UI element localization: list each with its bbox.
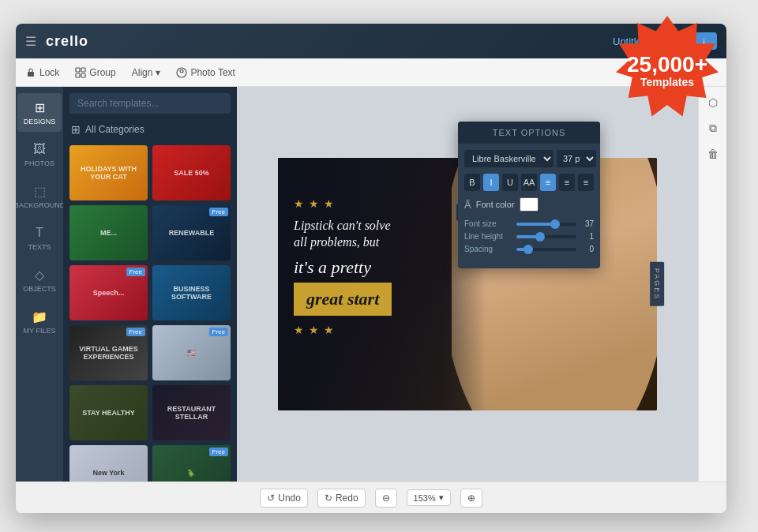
line-height-row: Line height 1 bbox=[464, 232, 594, 241]
sidebar-item-photos[interactable]: 🖼 PHOTOS bbox=[17, 135, 62, 174]
sliders-section: Font size 37 Line height 1 bbox=[458, 216, 600, 260]
menu-icon[interactable]: ☰ bbox=[25, 34, 36, 49]
font-size-value: 37 bbox=[581, 219, 594, 228]
sidebar-item-myfiles[interactable]: 📁 MY FILES bbox=[17, 302, 62, 341]
search-bar bbox=[63, 87, 237, 120]
zoom-in-button[interactable]: ⊕ bbox=[460, 489, 482, 508]
svg-rect-4 bbox=[81, 73, 85, 77]
italic-button[interactable]: I bbox=[483, 174, 499, 191]
svg-rect-2 bbox=[81, 68, 85, 72]
background-icon: ⬚ bbox=[32, 183, 47, 199]
font-size-selector[interactable]: 37 pt bbox=[557, 150, 596, 167]
canvas-gold-text: great start bbox=[306, 289, 379, 309]
starburst-text: 25,000+ Templates bbox=[616, 20, 719, 122]
spacing-row: Spacing 0 bbox=[464, 245, 594, 253]
popup-header: TEXT OPTIONS bbox=[458, 122, 600, 144]
sidebar-item-designs[interactable]: ⊞ DESIGNS bbox=[17, 93, 62, 132]
svg-rect-3 bbox=[76, 73, 80, 77]
font-size-label: Font size bbox=[464, 219, 512, 228]
text-options-popup: TEXT OPTIONS Libre Baskerville 37 pt B I… bbox=[458, 122, 600, 268]
myfiles-icon: 📁 bbox=[32, 309, 47, 324]
pages-tab[interactable]: PAGES bbox=[650, 262, 664, 306]
template-card[interactable]: STAY HEALTHY bbox=[69, 385, 148, 440]
format-row: B I U AA ≡ ≡ ≡ bbox=[458, 170, 600, 194]
sidebar-item-background[interactable]: ⬚ BACKGROUND bbox=[17, 177, 62, 215]
templates-grid: HOLIDAYS WITH YOUR CAT SALE 50% ME... RE… bbox=[63, 142, 237, 481]
undo-button[interactable]: ↺ Undo bbox=[260, 489, 308, 508]
template-card[interactable]: RESTAURANT STELLAR bbox=[152, 385, 231, 440]
canvas-area: Aa TEXT OPTIONS Libre Baskerville 37 pt … bbox=[237, 87, 698, 481]
align-right-button[interactable]: ≡ bbox=[578, 174, 594, 191]
spacing-thumb[interactable] bbox=[523, 245, 533, 254]
underline-button[interactable]: U bbox=[502, 174, 518, 191]
photos-icon: 🖼 bbox=[32, 141, 47, 157]
redo-button[interactable]: ↻ Redo bbox=[317, 489, 366, 508]
starburst-label: Templates bbox=[640, 76, 694, 89]
font-selector[interactable]: Libre Baskerville bbox=[464, 150, 553, 167]
template-card[interactable]: ME... bbox=[69, 205, 148, 260]
lock-button[interactable]: Lock bbox=[25, 67, 59, 78]
canvas-gold-box[interactable]: great start bbox=[294, 283, 392, 316]
canvas-stars-bottom: ★ ★ ★ bbox=[294, 324, 499, 336]
spacing-value: 0 bbox=[581, 245, 594, 253]
template-card[interactable]: 🦜 Free bbox=[152, 445, 231, 481]
objects-icon: ◇ bbox=[32, 267, 47, 283]
font-size-row: Font size 37 bbox=[464, 219, 594, 228]
svg-point-6 bbox=[180, 69, 183, 73]
right-sidebar: ⬡ ⧉ 🗑 bbox=[698, 87, 726, 481]
grid-icon: ⊞ bbox=[71, 123, 81, 136]
font-size-track[interactable] bbox=[516, 223, 576, 226]
align-button[interactable]: Align ▾ bbox=[132, 67, 161, 78]
designs-icon: ⊞ bbox=[32, 99, 47, 115]
font-a-icon: Ã bbox=[464, 199, 471, 211]
sidebar-item-objects[interactable]: ◇ OBJECTS bbox=[17, 260, 62, 299]
template-card[interactable]: SALE 50% bbox=[152, 145, 231, 200]
line-height-value: 1 bbox=[581, 232, 594, 241]
font-color-button[interactable]: Font color bbox=[476, 197, 538, 212]
template-card[interactable]: Speech... Free bbox=[69, 265, 148, 320]
svg-rect-1 bbox=[76, 68, 80, 72]
svg-rect-0 bbox=[28, 72, 34, 77]
starburst-number: 25,000+ bbox=[627, 54, 707, 76]
texts-icon: T bbox=[32, 225, 47, 241]
zoom-out-button[interactable]: ⊖ bbox=[375, 489, 397, 508]
template-card[interactable]: HOLIDAYS WITH YOUR CAT bbox=[69, 145, 148, 200]
template-card[interactable]: BUSINESS SOFTWARE bbox=[152, 265, 231, 320]
line-height-track[interactable] bbox=[516, 235, 576, 238]
allcaps-button[interactable]: AA bbox=[521, 174, 537, 191]
color-swatch bbox=[520, 197, 538, 212]
starburst-badge: 25,000+ Templates bbox=[608, 8, 734, 134]
sidebar-nav: ⊞ DESIGNS 🖼 PHOTOS ⬚ BACKGROUND T TEXTS … bbox=[16, 87, 63, 481]
template-card[interactable]: VIRTUAL GAMES EXPERIENCES Free bbox=[69, 325, 148, 380]
spacing-track[interactable] bbox=[516, 248, 576, 251]
font-row: Libre Baskerville 37 pt bbox=[458, 144, 600, 170]
template-card[interactable]: RENEWABLE Free bbox=[152, 205, 231, 260]
align-center-button[interactable]: ≡ bbox=[559, 174, 575, 191]
templates-panel: ⊞ All Categories HOLIDAYS WITH YOUR CAT … bbox=[63, 87, 237, 481]
align-left-button[interactable]: ≡ bbox=[540, 174, 556, 191]
line-height-label: Line height bbox=[464, 232, 512, 241]
search-input[interactable] bbox=[69, 93, 231, 114]
line-height-thumb[interactable] bbox=[535, 232, 545, 242]
spacing-label: Spacing bbox=[464, 245, 512, 253]
group-button[interactable]: Group bbox=[75, 67, 115, 78]
zoom-display: 153% ▾ bbox=[407, 489, 451, 506]
sidebar-item-texts[interactable]: T TEXTS bbox=[17, 219, 62, 257]
template-card[interactable]: New York bbox=[69, 445, 148, 481]
template-card[interactable]: 🇺🇸 Free bbox=[152, 325, 231, 380]
color-row: Ã Font color bbox=[458, 194, 600, 216]
app-logo: crello bbox=[46, 33, 88, 50]
delete-icon[interactable]: 🗑 bbox=[704, 144, 722, 163]
bottom-toolbar: ↺ Undo ↻ Redo ⊖ 153% ▾ ⊕ bbox=[16, 481, 726, 513]
bold-button[interactable]: B bbox=[464, 174, 480, 191]
photo-text-button[interactable]: Photo Text bbox=[176, 67, 235, 78]
font-size-thumb[interactable] bbox=[550, 219, 560, 229]
categories-header: ⊞ All Categories bbox=[63, 120, 237, 142]
app-body: ⊞ DESIGNS 🖼 PHOTOS ⬚ BACKGROUND T TEXTS … bbox=[16, 87, 726, 481]
